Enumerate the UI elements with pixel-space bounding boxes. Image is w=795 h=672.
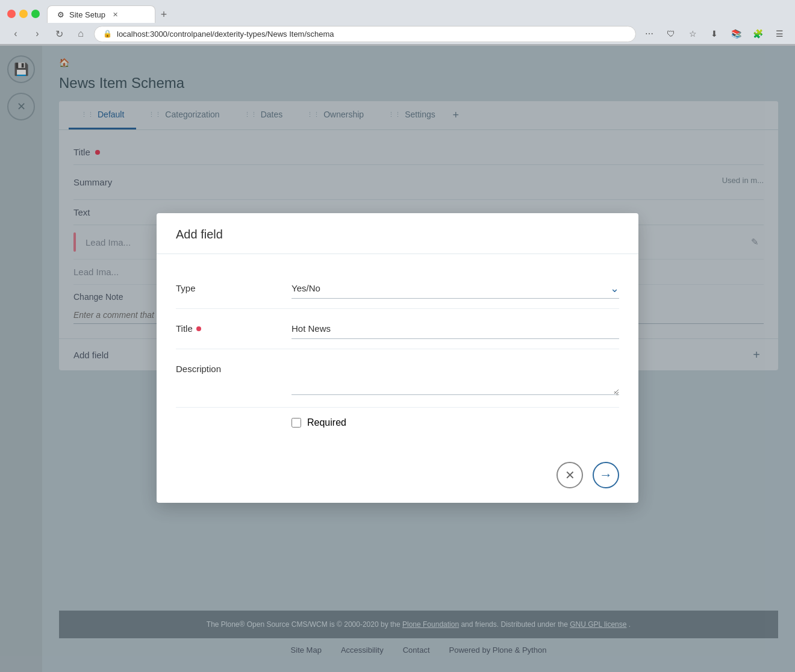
home-button[interactable]: ⌂ — [72, 25, 89, 42]
browser-tab[interactable]: ⚙ Site Setup ✕ — [47, 5, 155, 23]
bookmarks-button[interactable]: 📚 — [728, 25, 744, 42]
description-control: ⤡ — [292, 359, 619, 397]
add-field-modal: Add field Type Yes/No Text Integer Float… — [157, 213, 638, 503]
browser-chrome: ⚙ Site Setup ✕ + ‹ › ↻ ⌂ 🔒 localhost:300… — [0, 0, 795, 46]
modal-next-button[interactable]: → — [593, 462, 619, 488]
modal-title: Add field — [176, 228, 619, 241]
lock-icon: 🔒 — [103, 30, 112, 38]
modal-body: Type Yes/No Text Integer Float Date Choi… — [157, 254, 638, 452]
type-form-row: Type Yes/No Text Integer Float Date Choi… — [176, 269, 619, 309]
required-form-row: Required — [176, 408, 619, 438]
required-label-spacer — [176, 417, 272, 422]
modal-cancel-button[interactable]: ✕ — [556, 462, 583, 488]
traffic-light-red[interactable] — [7, 10, 16, 18]
description-textarea[interactable] — [292, 359, 619, 395]
title-label: Title — [176, 319, 272, 334]
tab-title: Site Setup — [69, 10, 105, 19]
modal-overlay: Add field Type Yes/No Text Integer Float… — [0, 44, 795, 672]
address-bar[interactable]: 🔒 localhost:3000/controlpanel/dexterity-… — [94, 26, 636, 42]
required-control: Required — [292, 417, 619, 428]
menu-button[interactable]: ☰ — [771, 25, 788, 42]
type-select-wrapper: Yes/No Text Integer Float Date Choice Fi… — [292, 278, 619, 299]
required-checkbox-label: Required — [307, 417, 346, 428]
description-form-row: Description ⤡ — [176, 349, 619, 408]
tab-favicon: ⚙ — [57, 10, 64, 19]
download-button[interactable]: ⬇ — [706, 25, 723, 42]
forward-button[interactable]: › — [29, 25, 46, 42]
description-label: Description — [176, 359, 272, 374]
arrow-right-icon: → — [599, 467, 613, 483]
title-required-indicator — [196, 326, 201, 331]
modal-footer: ✕ → — [157, 452, 638, 503]
required-checkbox-row: Required — [292, 417, 619, 428]
refresh-button[interactable]: ↻ — [51, 25, 67, 42]
url-text: localhost:3000/controlpanel/dexterity-ty… — [117, 30, 334, 39]
more-options-button[interactable]: ⋯ — [641, 25, 658, 42]
type-control: Yes/No Text Integer Float Date Choice Fi… — [292, 278, 619, 299]
title-input[interactable] — [292, 319, 619, 339]
type-select[interactable]: Yes/No Text Integer Float Date Choice Fi… — [292, 278, 619, 299]
resize-icon: ⤡ — [613, 389, 619, 397]
type-label: Type — [176, 278, 272, 293]
description-textarea-wrapper: ⤡ — [292, 359, 619, 397]
modal-header: Add field — [157, 213, 638, 254]
required-checkbox[interactable] — [292, 418, 301, 428]
new-tab-button[interactable]: + — [155, 6, 172, 23]
title-control — [292, 319, 619, 339]
title-form-row: Title — [176, 309, 619, 349]
star-button[interactable]: ☆ — [684, 25, 701, 42]
shield-button[interactable]: 🛡 — [662, 25, 679, 42]
traffic-light-green[interactable] — [31, 10, 40, 18]
traffic-light-yellow[interactable] — [19, 10, 28, 18]
tab-close-button[interactable]: ✕ — [110, 10, 120, 19]
back-button[interactable]: ‹ — [7, 25, 24, 42]
extensions-button[interactable]: 🧩 — [749, 25, 766, 42]
close-icon: ✕ — [565, 468, 575, 482]
